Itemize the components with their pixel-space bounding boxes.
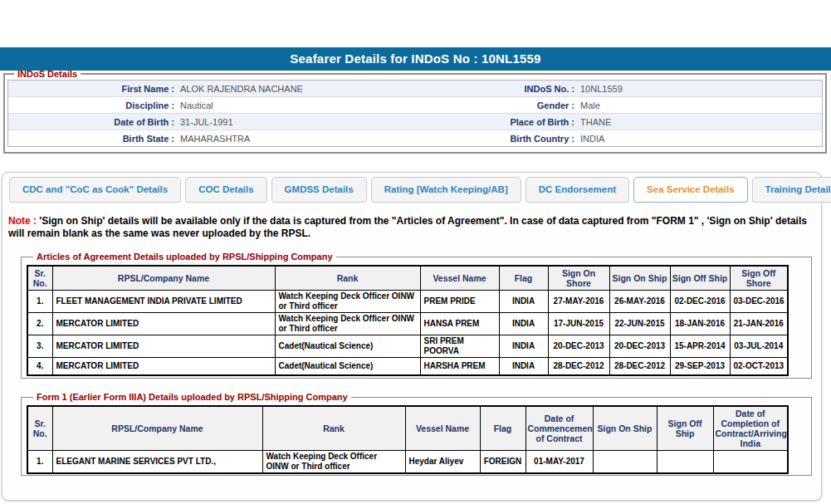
column-header: Sign On Ship (609, 266, 670, 291)
table-cell: 28-DEC-2012 (609, 358, 670, 376)
tab-sea-service-details[interactable]: Sea Service Details (633, 177, 748, 203)
tab-cdc-coc-as-cook-details[interactable]: CDC and "CoC as Cook" Details (9, 177, 181, 203)
table-cell: ELEGANT MARINE SERVICES PVT LTD., (52, 451, 262, 474)
column-header: Flag (480, 406, 525, 451)
sign-on-ship-note: Note : 'Sign on Ship' details will be av… (8, 215, 819, 240)
table-cell (713, 451, 788, 474)
form1-legend: Form 1 (Earlier Form IIIA) Details uploa… (33, 392, 351, 402)
discipline-label: Discipline : (8, 100, 174, 110)
column-header: Sr. No. (27, 406, 52, 451)
table-cell: 20-DEC-2013 (548, 335, 609, 358)
column-header: Sign On Shore (548, 266, 609, 291)
table-cell: Watch Keeping Deck Officer OINW or Third… (275, 313, 420, 335)
table-cell: 21-JAN-2016 (730, 313, 788, 335)
table-cell: FOREIGN (480, 451, 525, 474)
table-cell: 03-JUL-2014 (730, 335, 788, 358)
indos-no-value: 10NL1559 (574, 84, 822, 94)
table-row: 1. FLEET MANAGEMENT INDIA PRIVATE LIMITE… (27, 291, 788, 313)
tab-gmdss-details[interactable]: GMDSS Details (271, 177, 367, 203)
form1-fieldset: Form 1 (Earlier Form IIIA) Details uploa… (21, 392, 812, 476)
table-header-row: Sr. No. RPSL/Company Name Rank Vessel Na… (27, 266, 788, 291)
tab-rating-watch-keeping-ab[interactable]: Rating [Watch Keeping/AB] (371, 177, 521, 203)
articles-of-agreement-fieldset: Articles of Agreement Details uploaded b… (21, 252, 812, 379)
column-header: RPSL/Company Name (52, 266, 275, 291)
table-cell: 26-MAY-2016 (609, 291, 670, 313)
column-header: Flag (499, 266, 548, 291)
table-cell: HARSHA PREM (420, 358, 499, 376)
table-header-row: Sr. No. RPSL/Company Name Rank Vessel Na… (27, 406, 788, 451)
form1-table: Sr. No. RPSL/Company Name Rank Vessel Na… (27, 405, 789, 474)
table-cell: 1. (27, 291, 52, 313)
column-header: Sign Off Ship (670, 266, 730, 291)
column-header: RPSL/Company Name (52, 406, 262, 451)
table-cell: INDIA (499, 291, 548, 313)
articles-of-agreement-table: Sr. No. RPSL/Company Name Rank Vessel Na… (27, 265, 789, 376)
table-cell: 27-MAY-2016 (548, 291, 609, 313)
column-header: Sign Off Ship (657, 406, 713, 451)
table-cell: INDIA (499, 358, 548, 376)
tab-bar: CDC and "CoC as Cook" Details COC Detail… (9, 177, 831, 203)
table-cell: 2. (27, 313, 52, 335)
column-header: Rank (262, 406, 405, 451)
table-cell: 20-DEC-2013 (609, 335, 670, 358)
indos-details-legend: INDoS Details (14, 69, 81, 79)
column-header: Sign Off Shore (730, 266, 788, 291)
table-cell: Watch Keeping Deck Officer OINW or Third… (262, 451, 405, 474)
table-cell: MERCATOR LIMITED (52, 335, 275, 358)
column-header: Sign On Ship (593, 406, 657, 451)
first-name-value: ALOK RAJENDRA NACHANE (174, 84, 479, 94)
indos-row: Birth State : MAHARASHTRA Birth Country … (8, 130, 822, 146)
table-cell: Heydar Aliyev (405, 451, 480, 474)
column-header: Date of Commencement of Contract (525, 406, 593, 451)
indos-details-fieldset: INDoS Details First Name : ALOK RAJENDRA… (3, 69, 827, 154)
table-row: 4. MERCATOR LIMITED Cadet(Nautical Scien… (27, 358, 788, 376)
table-cell: 02-OCT-2013 (730, 358, 788, 376)
gender-value: Male (574, 100, 822, 110)
column-header: Vessel Name (405, 406, 480, 451)
tab-dc-endorsement[interactable]: DC Endorsement (525, 177, 629, 203)
column-header: Rank (275, 266, 420, 291)
table-cell: 15-APR-2014 (670, 335, 730, 358)
indos-no-label: INDoS No. : (479, 84, 574, 94)
gender-label: Gender : (479, 100, 574, 110)
table-cell: 01-MAY-2017 (525, 451, 593, 474)
place-of-birth-value: THANE (574, 117, 822, 127)
table-cell: MERCATOR LIMITED (52, 358, 275, 376)
place-of-birth-label: Place of Birth : (479, 117, 574, 127)
table-cell: HANSA PREM (420, 313, 499, 335)
table-cell: 17-JUN-2015 (548, 313, 609, 335)
table-cell: Cadet(Nautical Science) (275, 358, 420, 376)
table-cell: 3. (27, 335, 52, 358)
date-of-birth-label: Date of Birth : (8, 117, 174, 127)
table-cell: 03-DEC-2016 (730, 291, 788, 313)
table-cell: FLEET MANAGEMENT INDIA PRIVATE LIMITED (52, 291, 275, 313)
column-header: Sr. No. (27, 266, 52, 291)
table-row: 2. MERCATOR LIMITED Watch Keeping Deck O… (27, 313, 788, 335)
table-cell: SRI PREM POORVA (420, 335, 499, 358)
date-of-birth-value: 31-JUL-1991 (174, 117, 479, 127)
table-row: 3. MERCATOR LIMITED Cadet(Nautical Scien… (27, 335, 788, 358)
birth-country-value: INDIA (574, 134, 822, 144)
table-cell: 18-JAN-2016 (670, 313, 730, 335)
page-title: Seafarer Details for INDoS No : 10NL1559 (0, 47, 831, 71)
table-cell: PREM PRIDE (420, 291, 499, 313)
tab-coc-details[interactable]: COC Details (185, 177, 266, 203)
column-header: Date of Completion of Contract/Arriving … (713, 406, 788, 451)
table-cell: 28-DEC-2012 (548, 358, 609, 376)
indos-row: First Name : ALOK RAJENDRA NACHANE INDoS… (8, 81, 822, 97)
column-header: Vessel Name (420, 266, 499, 291)
table-cell: INDIA (499, 313, 548, 335)
table-cell (657, 451, 713, 474)
table-cell: Watch Keeping Deck Officer OINW or Third… (275, 291, 420, 313)
first-name-label: First Name : (8, 84, 174, 94)
note-label: Note : (8, 215, 37, 227)
articles-of-agreement-legend: Articles of Agreement Details uploaded b… (33, 252, 336, 262)
birth-state-value: MAHARASHTRA (174, 134, 479, 144)
birth-state-label: Birth State : (8, 134, 174, 144)
table-row: 1. ELEGANT MARINE SERVICES PVT LTD., Wat… (27, 451, 788, 474)
table-cell: Cadet(Nautical Science) (275, 335, 420, 358)
discipline-value: Nautical (174, 100, 479, 110)
table-cell: MERCATOR LIMITED (52, 313, 275, 335)
birth-country-label: Birth Country : (479, 134, 574, 144)
tab-training-details[interactable]: Training Details (752, 177, 831, 203)
